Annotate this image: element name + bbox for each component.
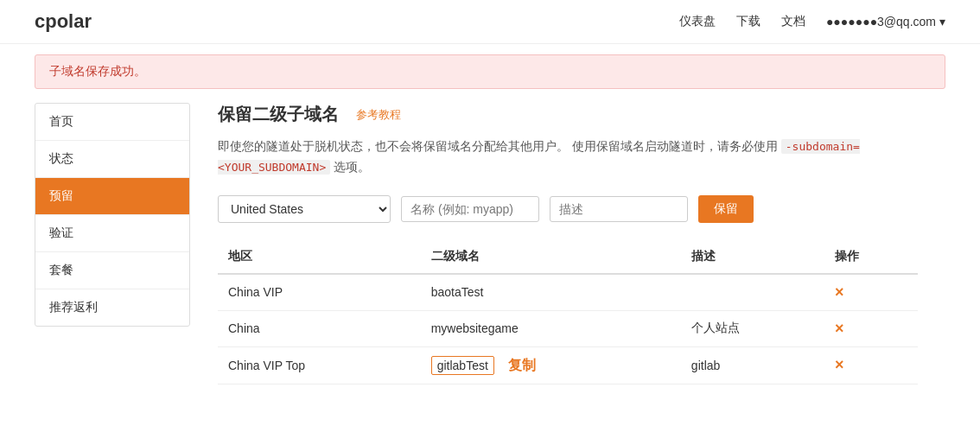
nav-download[interactable]: 下载: [736, 14, 760, 29]
col-region: 地区: [218, 240, 421, 274]
cell-action: ×: [824, 310, 918, 346]
subdomain-value: mywebsitegame: [431, 321, 519, 335]
desc-part1: 即使您的隧道处于脱机状态，也不会将保留域名分配给其他用户。 使用保留域名启动隧道…: [218, 139, 781, 153]
chevron-down-icon: ▾: [939, 15, 945, 29]
desc-input[interactable]: [550, 196, 688, 222]
table-row: China mywebsitegame 个人站点 ×: [218, 310, 918, 346]
content-description: 即使您的隧道处于脱机状态，也不会将保留域名分配给其他用户。 使用保留域名启动隧道…: [218, 137, 918, 178]
cell-subdomain: mywebsitegame: [421, 310, 681, 346]
data-table: 地区 二级域名 描述 操作 China VIP baotaTest ×: [218, 240, 918, 384]
delete-button[interactable]: ×: [835, 283, 844, 301]
delete-button[interactable]: ×: [835, 320, 844, 337]
region-select[interactable]: United States China VIP China China VIP …: [218, 195, 391, 223]
user-email: ●●●●●●●3@qq.com: [826, 15, 936, 29]
cell-region: China VIP: [218, 274, 421, 311]
cell-subdomain: baotaTest: [421, 274, 681, 311]
cell-action: ×: [824, 274, 918, 311]
topnav: cpolar 仪表盘 下载 文档 ●●●●●●●3@qq.com ▾: [0, 0, 980, 44]
sidebar: 首页 状态 预留 验证 套餐 推荐返利: [35, 103, 190, 327]
sidebar-item-verify[interactable]: 验证: [35, 215, 189, 252]
col-desc: 描述: [681, 240, 824, 274]
cell-desc: gitlab: [681, 346, 824, 384]
nav-dashboard[interactable]: 仪表盘: [679, 14, 716, 29]
user-menu[interactable]: ●●●●●●●3@qq.com ▾: [826, 15, 945, 29]
col-action: 操作: [824, 240, 918, 274]
success-alert: 子域名保存成功。: [35, 54, 945, 89]
subdomain-value: baotaTest: [431, 285, 484, 299]
topnav-links: 仪表盘 下载 文档 ●●●●●●●3@qq.com ▾: [679, 14, 945, 29]
sidebar-item-plan[interactable]: 套餐: [35, 252, 189, 289]
table-row: China VIP Top gitlabTest 复制 gitlab ×: [218, 346, 918, 384]
sidebar-item-status[interactable]: 状态: [35, 141, 189, 178]
desc-part2: 选项。: [330, 160, 370, 174]
main-layout: 首页 状态 预留 验证 套餐 推荐返利 保留二级子域名 参考教程 即使您的隧道处…: [35, 103, 945, 384]
sidebar-item-referral[interactable]: 推荐返利: [35, 289, 189, 326]
sidebar-item-reserved[interactable]: 预留: [35, 178, 189, 215]
form-row: United States China VIP China China VIP …: [218, 195, 918, 223]
alert-message: 子域名保存成功。: [49, 64, 146, 78]
save-button[interactable]: 保留: [698, 195, 754, 223]
ref-link[interactable]: 参考教程: [356, 107, 401, 123]
table-row: China VIP baotaTest ×: [218, 274, 918, 311]
nav-docs[interactable]: 文档: [781, 14, 805, 29]
content-header: 保留二级子域名 参考教程: [218, 103, 918, 126]
page-title: 保留二级子域名: [218, 103, 339, 126]
logo: cpolar: [35, 10, 92, 33]
cell-desc: 个人站点: [681, 310, 824, 346]
sidebar-item-home[interactable]: 首页: [35, 104, 189, 141]
cell-desc: [681, 274, 824, 311]
cell-action: ×: [824, 346, 918, 384]
subdomain-value-highlighted: gitlabTest: [431, 356, 494, 375]
cell-region: China VIP Top: [218, 346, 421, 384]
col-subdomain: 二级域名: [421, 240, 681, 274]
cell-subdomain: gitlabTest 复制: [421, 346, 681, 384]
cell-region: China: [218, 310, 421, 346]
main-content: 保留二级子域名 参考教程 即使您的隧道处于脱机状态，也不会将保留域名分配给其他用…: [190, 103, 945, 384]
delete-button[interactable]: ×: [835, 356, 844, 373]
name-input[interactable]: [401, 196, 539, 222]
copy-button[interactable]: 复制: [508, 358, 536, 372]
